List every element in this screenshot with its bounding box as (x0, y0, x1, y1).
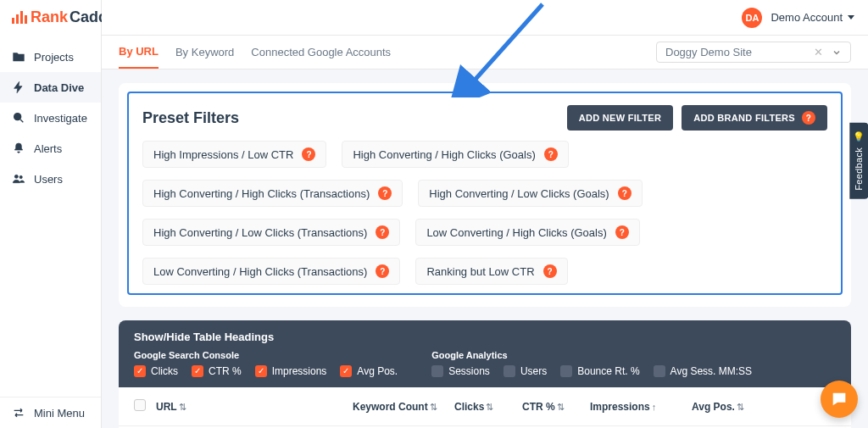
help-badge-icon[interactable]: ? (376, 264, 389, 278)
bolt-icon (12, 81, 25, 94)
checkbox-ctr[interactable]: CTR % (192, 365, 242, 377)
config-title: Show/Hide Table Headings (134, 331, 836, 343)
button-label: ADD NEW FILTER (579, 113, 662, 123)
feedback-label: Feedback (854, 147, 864, 191)
nav-label: Users (34, 173, 63, 186)
sort-icon: ⇅ (430, 402, 437, 412)
col-url[interactable]: URL⇅ (156, 401, 353, 413)
sidebar-item-mini-menu[interactable]: Mini Menu (0, 397, 101, 428)
checkbox-icon (192, 365, 203, 377)
avatar[interactable]: DA (742, 8, 762, 28)
checkbox-clicks[interactable]: Clicks (134, 365, 178, 377)
folder-icon (12, 50, 25, 64)
nav-label: Alerts (34, 142, 62, 155)
account-label: Demo Account (771, 11, 843, 24)
search-icon (12, 111, 25, 125)
site-select-value: Doggy Demo Site (665, 46, 752, 58)
sidebar-item-users[interactable]: Users (0, 164, 101, 194)
feedback-tab[interactable]: Feedback (849, 123, 868, 199)
preset-chip[interactable]: High Converting / Low Clicks (Transactio… (142, 219, 400, 246)
caret-down-icon (848, 15, 854, 19)
checkbox-icon (654, 365, 665, 377)
site-select[interactable]: Doggy Demo Site ✕ (656, 42, 851, 63)
users-icon (12, 172, 25, 186)
select-all-checkbox[interactable] (134, 399, 146, 411)
checkbox-icon (560, 365, 572, 377)
checkbox-icon (255, 365, 267, 377)
chat-bubble-button[interactable] (821, 381, 858, 418)
nav-label: Mini Menu (34, 407, 85, 420)
help-badge-icon[interactable]: ? (802, 111, 815, 125)
topbar: DA Demo Account (102, 0, 868, 36)
preset-chips: High Impressions / Low CTR? High Convert… (142, 141, 827, 285)
button-label: ADD BRAND FILTERS (693, 113, 795, 123)
col-ctr[interactable]: CTR %⇅ (522, 401, 590, 413)
config-group-ga: Google Analytics (431, 350, 752, 360)
sidebar-item-alerts[interactable]: Alerts (0, 133, 101, 164)
preset-chip[interactable]: High Converting / Low Clicks (Goals)? (418, 180, 642, 207)
bell-icon (12, 142, 25, 155)
preset-chip[interactable]: Low Converting / High Clicks (Transactio… (142, 258, 400, 285)
sidebar: RankCaddy Projects Data Dive Investigate… (0, 0, 102, 428)
preset-chip[interactable]: High Impressions / Low CTR? (142, 141, 326, 168)
nav-label: Projects (34, 51, 74, 64)
nav-label: Data Dive (34, 81, 84, 94)
checkbox-users[interactable]: Users (504, 365, 547, 377)
checkbox-sessions[interactable]: Sessions (431, 365, 490, 377)
checkbox-icon (504, 365, 515, 377)
add-new-filter-button[interactable]: ADD NEW FILTER (567, 105, 674, 131)
tab-connected-accounts[interactable]: Connected Google Accounts (251, 36, 391, 68)
col-keyword-count[interactable]: Keyword Count⇅ (353, 401, 454, 413)
checkbox-icon (431, 365, 443, 377)
sort-icon: ↑ (652, 402, 657, 412)
tab-by-keyword[interactable]: By Keyword (175, 36, 234, 68)
checkbox-impressions[interactable]: Impressions (255, 365, 327, 377)
swap-icon (12, 406, 25, 420)
tab-by-url[interactable]: By URL (119, 36, 159, 69)
preset-filters-card: Preset Filters ADD NEW FILTER ADD BRAND … (119, 83, 851, 307)
table-config: Show/Hide Table Headings Google Search C… (119, 320, 851, 387)
account-dropdown[interactable]: Demo Account (771, 11, 854, 24)
help-badge-icon[interactable]: ? (618, 186, 632, 200)
logo[interactable]: RankCaddy (0, 0, 101, 36)
checkbox-avg-pos[interactable]: Avg Pos. (340, 365, 398, 377)
clear-icon[interactable]: ✕ (814, 46, 823, 58)
sidebar-item-data-dive[interactable]: Data Dive (0, 72, 101, 103)
config-group-gsc: Google Search Console (134, 350, 398, 360)
col-impressions[interactable]: Impressions↑ (590, 401, 692, 413)
svg-point-1 (14, 175, 18, 178)
checkbox-avg-sess[interactable]: Avg Sess. MM:SS (654, 365, 752, 377)
add-brand-filters-button[interactable]: ADD BRAND FILTERS ? (682, 105, 827, 131)
help-badge-icon[interactable]: ? (378, 186, 392, 200)
svg-point-2 (19, 175, 22, 178)
preset-chip[interactable]: High Converting / High Clicks (Goals)? (342, 141, 568, 168)
logo-text-1: Rank (31, 8, 68, 26)
sort-icon: ⇅ (179, 402, 186, 412)
preset-chip[interactable]: Ranking but Low CTR? (415, 258, 567, 285)
sidebar-item-investigate[interactable]: Investigate (0, 103, 101, 133)
nav-label: Investigate (34, 112, 87, 125)
help-badge-icon[interactable]: ? (544, 147, 558, 161)
sort-icon: ⇅ (486, 402, 493, 412)
col-clicks[interactable]: Clicks⇅ (454, 401, 522, 413)
chevron-down-icon (832, 47, 842, 58)
col-avg-pos[interactable]: Avg Pos.⇅ (692, 401, 768, 413)
preset-title: Preset Filters (142, 109, 239, 127)
tab-row: By URL By Keyword Connected Google Accou… (102, 36, 868, 69)
preset-chip[interactable]: High Converting / High Clicks (Transacti… (142, 180, 403, 207)
help-badge-icon[interactable]: ? (376, 225, 389, 239)
preset-chip[interactable]: Low Converting / High Clicks (Goals)? (415, 219, 639, 246)
help-badge-icon[interactable]: ? (543, 264, 557, 278)
table-header: URL⇅ Keyword Count⇅ Clicks⇅ CTR %⇅ Impre… (119, 387, 851, 426)
nav: Projects Data Dive Investigate Alerts Us… (0, 36, 101, 194)
checkbox-icon (340, 365, 352, 377)
logo-bars-icon (12, 11, 27, 24)
help-badge-icon[interactable]: ? (302, 147, 315, 161)
sidebar-item-projects[interactable]: Projects (0, 42, 101, 72)
checkbox-bounce[interactable]: Bounce Rt. % (560, 365, 639, 377)
table-card: Show/Hide Table Headings Google Search C… (119, 320, 851, 428)
sort-icon: ⇅ (557, 402, 565, 412)
help-badge-icon[interactable]: ? (615, 225, 629, 239)
checkbox-icon (134, 365, 146, 377)
svg-point-0 (14, 114, 21, 120)
